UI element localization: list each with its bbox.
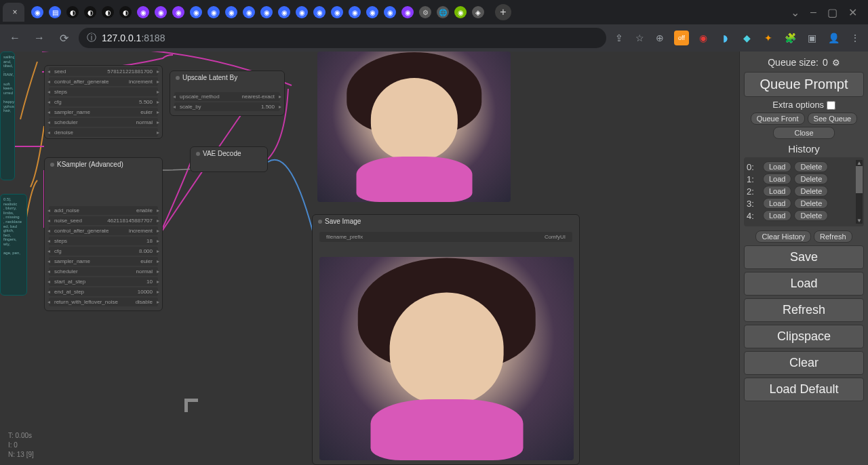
tab-favicon[interactable]: ◉	[366, 6, 378, 18]
history-load-button[interactable]: Load	[763, 161, 791, 172]
ext-icon[interactable]: ◉	[696, 31, 711, 45]
ext-icon[interactable]: ◆	[739, 31, 754, 45]
history-delete-button[interactable]: Delete	[794, 186, 828, 197]
tab-favicon-settings[interactable]: ⚙	[419, 6, 431, 18]
history-delete-button[interactable]: Delete	[794, 198, 828, 209]
text-node[interactable]: 0.5], realistic , blurry, limbs, , missi…	[0, 194, 27, 296]
see-queue-button[interactable]: See Queue	[808, 113, 858, 125]
tab-favicon-github[interactable]: ◐	[102, 6, 114, 18]
reload-button[interactable]: ⟳	[54, 28, 73, 47]
tab-favicon[interactable]: ◉	[208, 6, 220, 18]
site-info-icon[interactable]: ⓘ	[87, 32, 96, 44]
tab-favicon[interactable]: ◉	[384, 6, 396, 18]
node-field[interactable]: ◂sampler_nameeuler▸	[49, 257, 158, 266]
close-window-icon[interactable]: ✕	[848, 6, 857, 19]
tab-favicon[interactable]: ◉	[331, 6, 343, 18]
tab-favicon[interactable]: ▤	[49, 6, 61, 18]
history-delete-button[interactable]: Delete	[794, 174, 828, 184]
node-field[interactable]: ◂control_after_generateincrement▸	[49, 77, 158, 86]
active-tab[interactable]: ×	[3, 3, 24, 22]
address-bar[interactable]: ⓘ 127.0.0.1:8188	[79, 28, 606, 48]
ksampler-node[interactable]: ◂seed578121221881700▸◂control_after_gene…	[44, 65, 163, 139]
tab-favicon-github[interactable]: ◐	[84, 6, 96, 18]
node-field[interactable]: ◂add_noiseenable▸	[49, 206, 158, 215]
node-field[interactable]: ◂steps18▸	[49, 237, 158, 245]
node-field[interactable]: ◂steps▸	[49, 87, 158, 96]
clear-button[interactable]: Clear	[744, 351, 864, 375]
tab-favicon[interactable]: ◉	[401, 6, 414, 18]
tab-favicon[interactable]: ◉	[243, 6, 255, 18]
close-button[interactable]: Close	[773, 127, 834, 139]
tabs-dropdown-icon[interactable]: ⌄	[791, 6, 800, 19]
node-field[interactable]: ◂start_at_step10▸	[49, 277, 158, 286]
ext-icon[interactable]: ✦	[761, 31, 776, 45]
node-field[interactable]: ◂seed578121221881700▸	[49, 67, 158, 76]
node-field[interactable]: ◂schedulernormal▸	[49, 118, 158, 127]
close-tab-icon[interactable]: ×	[9, 7, 20, 18]
maximize-icon[interactable]: ▢	[827, 6, 837, 19]
queue-front-button[interactable]: Queue Front	[751, 113, 805, 125]
load-button[interactable]: Load	[744, 272, 864, 296]
clear-history-button[interactable]: Clear History	[755, 230, 811, 243]
share-icon[interactable]: ⇪	[612, 31, 627, 45]
save-image-node[interactable]: Save Image filename_prefix ComfyUI	[312, 214, 580, 465]
history-load-button[interactable]: Load	[763, 186, 791, 197]
preview-image[interactable]	[317, 52, 511, 202]
filename-prefix-field[interactable]: filename_prefix ComfyUI	[319, 232, 572, 242]
refresh-history-button[interactable]: Refresh	[814, 230, 852, 243]
upscale-latent-node[interactable]: Upscale Latent By ◂upscale_methodnearest…	[170, 70, 285, 116]
sidepanel-icon[interactable]: ▣	[804, 31, 819, 45]
new-tab-button[interactable]: +	[495, 4, 511, 20]
menu-icon[interactable]: ⋮	[848, 31, 863, 45]
history-delete-button[interactable]: Delete	[794, 161, 828, 172]
ksampler-advanced-node[interactable]: KSampler (Advanced) ◂add_noiseenable▸◂no…	[44, 157, 163, 311]
tab-favicon[interactable]: ◉	[260, 6, 273, 18]
output-image[interactable]	[319, 257, 574, 460]
node-field[interactable]: ◂noise_seed462118145887707▸	[49, 216, 158, 225]
node-field[interactable]: ◂sampler_nameeuler▸	[49, 108, 158, 117]
history-load-button[interactable]: Load	[763, 174, 791, 184]
node-field[interactable]: ◂return_with_leftover_noisedisable▸	[49, 298, 158, 306]
clipspace-button[interactable]: Clipspace	[744, 325, 864, 348]
extra-options-checkbox[interactable]	[827, 101, 835, 110]
tab-favicon[interactable]: ◉	[225, 6, 237, 18]
tab-favicon-github[interactable]: ◐	[66, 6, 79, 18]
node-field[interactable]: ◂cfg8.000▸	[49, 247, 158, 256]
node-field[interactable]: ◂upscale_methodnearest-exact▸	[174, 92, 280, 101]
back-button[interactable]: ←	[5, 28, 24, 47]
tab-favicon-nvidia[interactable]: ◉	[454, 6, 467, 18]
tab-favicon[interactable]: ◉	[31, 6, 43, 18]
minimize-icon[interactable]: –	[810, 6, 816, 19]
save-button[interactable]: Save	[744, 245, 864, 269]
ext-icon[interactable]: off	[674, 31, 689, 45]
extensions-icon[interactable]: 🧩	[783, 31, 797, 45]
tab-favicon[interactable]: ◈	[472, 6, 484, 18]
vae-decode-node[interactable]: VAE Decode	[190, 146, 268, 172]
scroll-up-icon[interactable]: ▲	[856, 160, 863, 166]
node-field[interactable]: ◂schedulernormal▸	[49, 267, 158, 276]
load-default-button[interactable]: Load Default	[744, 378, 864, 401]
tab-favicon[interactable]: ◉	[137, 6, 149, 18]
history-load-button[interactable]: Load	[763, 210, 791, 221]
tab-favicon[interactable]: ◉	[172, 6, 184, 18]
tab-favicon[interactable]: ◉	[296, 6, 308, 18]
tab-favicon[interactable]: ◉	[313, 6, 326, 18]
profile-icon[interactable]: 👤	[826, 31, 841, 45]
node-field[interactable]: ◂scale_by1.500▸	[174, 102, 280, 111]
refresh-button[interactable]: Refresh	[744, 298, 864, 322]
scrollbar-thumb[interactable]	[856, 166, 863, 193]
bookmark-icon[interactable]: ☆	[632, 31, 647, 45]
queue-prompt-button[interactable]: Queue Prompt	[744, 72, 864, 97]
tab-favicon-globe[interactable]: 🌐	[437, 6, 449, 18]
tab-favicon-github[interactable]: ◐	[119, 6, 132, 18]
node-field[interactable]: ◂control_after_generateincrement▸	[49, 226, 158, 235]
tab-favicon[interactable]: ◉	[278, 6, 290, 18]
scroll-down-icon[interactable]: ▼	[856, 218, 863, 224]
tab-favicon[interactable]: ◉	[349, 6, 361, 18]
ext-icon[interactable]: ⊕	[652, 31, 667, 45]
node-canvas[interactable]: sailing and, tilted, , RAW, soft keen, u…	[0, 52, 739, 465]
settings-icon[interactable]: ⚙	[832, 58, 840, 68]
ext-icon[interactable]: ◗	[717, 31, 732, 45]
history-delete-button[interactable]: Delete	[794, 210, 828, 221]
forward-button[interactable]: →	[30, 28, 49, 47]
